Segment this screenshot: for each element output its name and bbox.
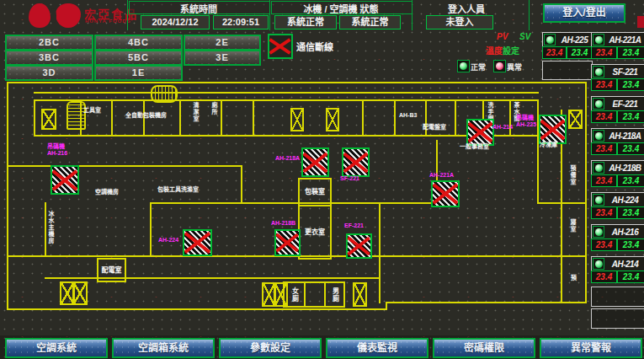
room-label: 冰水主機房 [47, 211, 54, 244]
map-ahu-label-ah-216: 吊碼機 AH-216 [47, 143, 67, 157]
map-ahu-icon-sf-221[interactable] [342, 147, 370, 177]
room-label: 工具室 [83, 107, 105, 114]
map-wall [221, 99, 222, 137]
map-ahu-label-ah-224: AH-224 [158, 237, 178, 244]
map-wall [34, 99, 539, 101]
map-ahu-label-ah-225: 吊碼機 AH-225 [516, 115, 536, 128]
room-label: 廁所 [210, 102, 217, 115]
map-ahu-label-ah-218a: AH-218A [275, 155, 300, 162]
map-wall [253, 99, 254, 137]
room-box [304, 281, 326, 308]
map-wall [34, 99, 35, 137]
map-wall [455, 99, 456, 137]
room-label: 寢室 [569, 219, 576, 233]
map-ahu-sublabel: 冷凍庫 [540, 142, 557, 148]
elevator-shaft-icon [353, 282, 367, 307]
room-box: 更衣室 [298, 205, 332, 260]
room-label: 全自動包裝機房 [125, 112, 169, 119]
map-ahu-label-ah-214: AH-214 [492, 124, 513, 131]
room-box-label: 包裝室 [305, 189, 325, 196]
map-ahu-icon-ah-216[interactable] [51, 165, 79, 195]
room-box-label: 更衣室 [305, 229, 325, 236]
map-wall [509, 99, 511, 137]
map-wall [362, 99, 364, 137]
map-ahu-label-ah-218b: AH-218B [271, 220, 295, 227]
nav-button-6[interactable]: 異常警報 [540, 338, 642, 358]
room-label: 預備室 [569, 165, 576, 185]
room-box: 配電室 [97, 258, 126, 282]
room-box-label: 男廁 [332, 287, 338, 303]
stairs-icon [67, 101, 86, 130]
map-wall [179, 99, 181, 137]
room-label: 清潔室 [192, 102, 199, 122]
map-wall [585, 82, 587, 303]
elevator-shaft-icon [326, 108, 339, 131]
stairs-icon [151, 85, 178, 103]
room-box: 男廁 [324, 281, 345, 308]
room-label: 包裝工具洗滌室 [157, 186, 205, 193]
map-ahu-icon-ef-221[interactable] [346, 233, 372, 259]
room-box-label: 配電室 [102, 267, 122, 274]
map-ahu-icon-ah-221a[interactable] [431, 180, 460, 207]
room-label: 預 [571, 275, 577, 281]
map-ahu-label-sf-221: SF-221 [340, 175, 359, 182]
map-wall [7, 308, 387, 310]
map-wall [45, 277, 381, 279]
map-ahu-icon-ah-225[interactable] [539, 115, 567, 144]
map-wall [45, 202, 46, 257]
room-label: AH-B3 [399, 112, 417, 119]
map-wall [241, 165, 242, 204]
map-ahu-icon-ah-218b[interactable] [274, 229, 301, 256]
nav-button-4[interactable]: 儀表監視 [326, 338, 428, 358]
map-ahu-label-ah-221a: AH-221A [429, 172, 454, 179]
map-ahu-icon-ah-224[interactable] [183, 229, 212, 256]
map-ahu-label-ef-221: EF-221 [344, 222, 364, 229]
map-wall [7, 165, 242, 167]
map-ahu-icon-ah-218a[interactable] [301, 147, 329, 177]
hmi-screen: 宏亞食品 HUNYA FOODS 系統時間 2024/12/12 22:09:5… [0, 0, 644, 359]
map-wall [386, 302, 387, 310]
map-wall [111, 99, 113, 137]
map-wall [34, 135, 539, 137]
elevator-shaft-icon [41, 109, 56, 130]
room-box-label: 女廁 [291, 287, 298, 303]
nav-button-5[interactable]: 密碼權限 [433, 338, 535, 358]
elevator-shaft-icon [568, 110, 583, 129]
elevator-shaft-icon [290, 108, 304, 131]
floor-plan: 包裝室更衣室配電室女廁男廁工具室全自動包裝機房清潔室廁所AH-B3配電盤室洗手間… [0, 0, 644, 359]
map-wall [386, 302, 587, 303]
nav-button-2[interactable]: 空調箱系統 [112, 338, 215, 358]
map-wall [7, 82, 8, 310]
elevator-shaft-icon [72, 281, 88, 305]
room-label: 配電盤室 [423, 124, 456, 131]
map-wall [537, 137, 539, 204]
map-wall [150, 202, 152, 256]
map-wall [34, 92, 539, 94]
room-box: 包裝室 [298, 178, 332, 206]
map-wall [7, 82, 587, 83]
room-box: 女廁 [283, 281, 306, 308]
room-label: 空調機房 [95, 189, 127, 196]
map-wall [150, 202, 438, 204]
nav-button-1[interactable]: 空調系統 [5, 338, 108, 358]
map-wall [379, 202, 381, 303]
nav-button-3[interactable]: 參數設定 [219, 338, 322, 358]
map-wall [425, 99, 427, 137]
map-ahu-icon-ah-214[interactable] [466, 119, 494, 146]
map-wall [394, 99, 396, 137]
map-ahu-sublabel: 一般事務室 [460, 143, 489, 150]
